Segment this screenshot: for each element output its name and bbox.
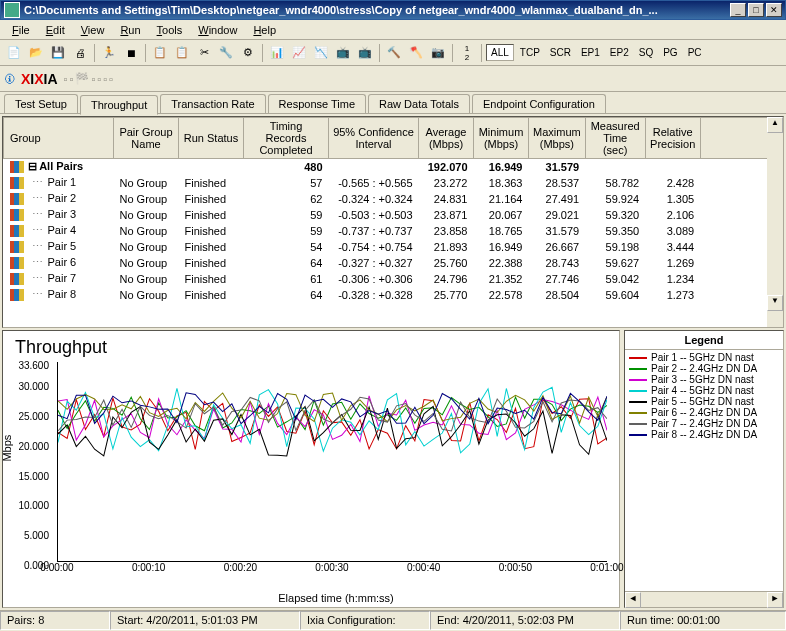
tool-icon[interactable]: 🔧 [216, 43, 236, 63]
filter-pc[interactable]: PC [684, 45, 706, 60]
close-button[interactable]: ✕ [766, 3, 782, 17]
col-measured-time[interactable]: Measured Time (sec) [585, 118, 645, 159]
tab-transaction-rate[interactable]: Transaction Rate [160, 94, 265, 113]
legend-item[interactable]: Pair 8 -- 2.4GHz DN DA [627, 429, 781, 440]
legend-hscroll[interactable]: ◄ ► [625, 591, 783, 607]
save-icon[interactable]: 💾 [48, 43, 68, 63]
scroll-right-icon[interactable]: ► [767, 592, 783, 608]
legend-item[interactable]: Pair 4 -- 5GHz DN nast [627, 385, 781, 396]
legend-item[interactable]: Pair 6 -- 2.4GHz DN DA [627, 407, 781, 418]
table-row-all-pairs[interactable]: ⊟ All Pairs 480 192.07016.94931.579 [4, 159, 783, 175]
ixia-btn1-icon[interactable]: ▫ [64, 73, 68, 85]
x-tick: 0:01:00 [590, 562, 623, 573]
col-max[interactable]: Maximum (Mbps) [529, 118, 586, 159]
scroll-down-icon[interactable]: ▼ [767, 295, 783, 311]
maximize-button[interactable]: □ [748, 3, 764, 17]
chart-pane: Throughput Mbps 0.0005.00010.00015.00020… [2, 330, 620, 608]
filter-all[interactable]: ALL [486, 44, 514, 61]
filter-pg[interactable]: PG [659, 45, 681, 60]
legend-item[interactable]: Pair 1 -- 5GHz DN nast [627, 352, 781, 363]
filter-ep1[interactable]: EP1 [577, 45, 604, 60]
x-tick: 0:00:50 [499, 562, 532, 573]
pair-icon [10, 193, 24, 205]
ixia-btn5-icon[interactable]: ▫ [97, 73, 101, 85]
tab-throughput[interactable]: Throughput [80, 95, 158, 115]
tab-raw-data[interactable]: Raw Data Totals [368, 94, 470, 113]
new-icon[interactable]: 📄 [4, 43, 24, 63]
col-group[interactable]: Group [4, 118, 114, 159]
pair-icon [10, 241, 24, 253]
minimize-button[interactable]: _ [730, 3, 746, 17]
legend-swatch [629, 390, 647, 392]
tab-endpoint-config[interactable]: Endpoint Configuration [472, 94, 606, 113]
tool4-icon[interactable]: 🪓 [406, 43, 426, 63]
info-icon[interactable]: 🛈 [4, 73, 15, 85]
menu-window[interactable]: Window [190, 22, 245, 38]
menu-help[interactable]: Help [245, 22, 284, 38]
legend-label: Pair 4 -- 5GHz DN nast [651, 385, 754, 396]
filter-sq[interactable]: SQ [635, 45, 657, 60]
table-row[interactable]: ⋯Pair 4 No GroupFinished59 -0.737 : +0.7… [4, 223, 783, 239]
menu-file[interactable]: File [4, 22, 38, 38]
table-row[interactable]: ⋯Pair 8 No GroupFinished64 -0.328 : +0.3… [4, 287, 783, 303]
menu-view[interactable]: View [73, 22, 113, 38]
chart-icon[interactable]: 📊 [267, 43, 287, 63]
paste-icon[interactable]: 📋 [172, 43, 192, 63]
col-precision[interactable]: Relative Precision [645, 118, 700, 159]
table-row[interactable]: ⋯Pair 1 No GroupFinished57 -0.565 : +0.5… [4, 175, 783, 191]
col-confidence[interactable]: 95% Confidence Interval [329, 118, 419, 159]
legend-item[interactable]: Pair 2 -- 2.4GHz DN DA [627, 363, 781, 374]
filter-tcp[interactable]: TCP [516, 45, 544, 60]
chart2-icon[interactable]: 📈 [289, 43, 309, 63]
status-pairs: Pairs: 8 [0, 611, 110, 630]
filter-scr[interactable]: SCR [546, 45, 575, 60]
copy-icon[interactable]: 📋 [150, 43, 170, 63]
col-timing-records[interactable]: Timing Records Completed [244, 118, 329, 159]
col-run-status[interactable]: Run Status [179, 118, 244, 159]
print-icon[interactable]: 🖨 [70, 43, 90, 63]
toolbar-ixia: 🛈 XIXIA ▫ ▫ 🏁 ▫ ▫ ▫ ▫ [0, 66, 786, 92]
stop-icon[interactable]: ⏹ [121, 43, 141, 63]
col-avg[interactable]: Average (Mbps) [419, 118, 474, 159]
col-min[interactable]: Minimum (Mbps) [474, 118, 529, 159]
tool2-icon[interactable]: ⚙ [238, 43, 258, 63]
tab-response-time[interactable]: Response Time [268, 94, 366, 113]
table-row[interactable]: ⋯Pair 2 No GroupFinished62 -0.324 : +0.3… [4, 191, 783, 207]
ixia-btn6-icon[interactable]: ▫ [103, 73, 107, 85]
camera-icon[interactable]: 📷 [428, 43, 448, 63]
run-icon[interactable]: 🏃 [99, 43, 119, 63]
x-tick: 0:00:40 [407, 562, 440, 573]
tab-test-setup[interactable]: Test Setup [4, 94, 78, 113]
ixia-btn4-icon[interactable]: ▫ [91, 73, 95, 85]
cut-icon[interactable]: ✂ [194, 43, 214, 63]
filter-ep2[interactable]: EP2 [606, 45, 633, 60]
ixia-btn2-icon[interactable]: ▫ [69, 73, 73, 85]
ixia-btn7-icon[interactable]: ▫ [109, 73, 113, 85]
menu-edit[interactable]: Edit [38, 22, 73, 38]
chart3-icon[interactable]: 📉 [311, 43, 331, 63]
col-pair-group[interactable]: Pair Group Name [114, 118, 179, 159]
tool3-icon[interactable]: 🔨 [384, 43, 404, 63]
tv2-icon[interactable]: 📺 [355, 43, 375, 63]
results-table-container: Group Pair Group Name Run Status Timing … [2, 116, 784, 328]
scroll-left-icon[interactable]: ◄ [625, 592, 641, 608]
table-row[interactable]: ⋯Pair 3 No GroupFinished59 -0.503 : +0.5… [4, 207, 783, 223]
table-row[interactable]: ⋯Pair 7 No GroupFinished61 -0.306 : +0.3… [4, 271, 783, 287]
y-tick: 5.000 [13, 530, 49, 541]
legend-item[interactable]: Pair 3 -- 5GHz DN nast [627, 374, 781, 385]
table-vscroll[interactable]: ▲ ▼ [767, 117, 783, 327]
scroll-up-icon[interactable]: ▲ [767, 117, 783, 133]
legend-swatch [629, 357, 647, 359]
num-icon[interactable]: 12 [457, 43, 477, 63]
ixia-btn3-icon[interactable]: 🏁 [75, 72, 89, 85]
menu-run[interactable]: Run [112, 22, 148, 38]
legend-item[interactable]: Pair 7 -- 2.4GHz DN DA [627, 418, 781, 429]
menu-tools[interactable]: Tools [149, 22, 191, 38]
legend-item[interactable]: Pair 5 -- 5GHz DN nast [627, 396, 781, 407]
table-row[interactable]: ⋯Pair 5 No GroupFinished54 -0.754 : +0.7… [4, 239, 783, 255]
tv-icon[interactable]: 📺 [333, 43, 353, 63]
table-row[interactable]: ⋯Pair 6 No GroupFinished64 -0.327 : +0.3… [4, 255, 783, 271]
pair-icon [10, 257, 24, 269]
chart-y-label: Mbps [1, 435, 13, 462]
open-icon[interactable]: 📂 [26, 43, 46, 63]
